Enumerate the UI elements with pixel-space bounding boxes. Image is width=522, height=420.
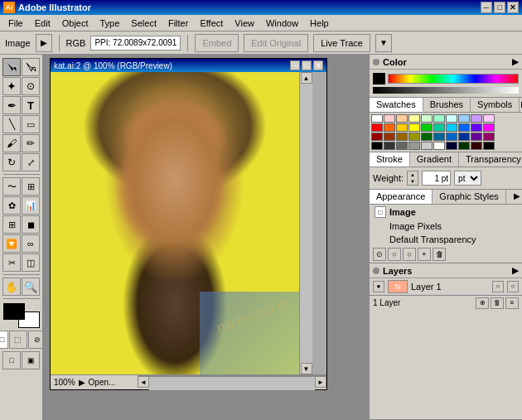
graph-tool[interactable]: 📊 xyxy=(22,196,40,215)
swatch-36[interactable] xyxy=(446,142,457,150)
swatch-39[interactable] xyxy=(483,142,495,150)
lasso-tool[interactable]: ⊙ xyxy=(22,77,40,95)
swatch-7[interactable] xyxy=(458,114,470,123)
tab-appearance[interactable]: Appearance xyxy=(370,190,433,204)
tab-stroke[interactable]: Stroke xyxy=(370,152,410,167)
menu-effect[interactable]: Effect xyxy=(195,17,228,30)
swatch-25[interactable] xyxy=(433,133,445,141)
tab-brushes[interactable]: Brushes xyxy=(423,98,471,112)
swatch-19[interactable] xyxy=(483,123,495,132)
layer-lock-btn[interactable]: ○ xyxy=(492,281,504,292)
hand-tool[interactable]: ✋ xyxy=(2,278,21,296)
swatch-0[interactable] xyxy=(371,114,383,123)
swatch-2[interactable] xyxy=(396,114,408,123)
layers-delete-btn[interactable]: 🗑 xyxy=(491,297,504,309)
weight-unit-select[interactable]: pt px xyxy=(454,171,481,186)
doc-minimize-btn[interactable]: ─ xyxy=(290,60,300,70)
layer-name[interactable]: Layer 1 xyxy=(411,282,489,292)
swatch-8[interactable] xyxy=(471,114,482,123)
embed-button[interactable]: Embed xyxy=(195,34,239,52)
app-action-5[interactable]: 🗑 xyxy=(433,248,446,261)
tab-transparency[interactable]: Transparency xyxy=(459,152,522,167)
rotate-tool[interactable]: ↻ xyxy=(2,153,21,171)
normal-screen-btn[interactable]: □ xyxy=(2,351,21,369)
close-button[interactable]: ✕ xyxy=(507,2,519,13)
gradient-tool[interactable]: ◼ xyxy=(22,215,40,234)
app-action-1[interactable]: ⊙ xyxy=(373,248,386,261)
rectangle-tool[interactable]: ▭ xyxy=(22,115,40,133)
menu-edit[interactable]: Edit xyxy=(30,17,56,30)
warp-tool[interactable]: 〜 xyxy=(2,177,21,196)
minimize-button[interactable]: ─ xyxy=(481,2,492,13)
doc-maximize-btn[interactable]: □ xyxy=(302,60,312,70)
normal-mode-btn[interactable]: □ xyxy=(0,331,8,349)
layer-target-btn[interactable]: ○ xyxy=(507,281,519,292)
app-action-3[interactable]: ○ xyxy=(403,248,416,261)
layers-add-btn[interactable]: ⊕ xyxy=(476,297,489,309)
swatch-12[interactable] xyxy=(396,123,408,132)
swatch-14[interactable] xyxy=(421,123,433,132)
swatch-21[interactable] xyxy=(384,133,395,141)
menu-help[interactable]: Help xyxy=(305,17,334,30)
scroll-left-btn[interactable]: ◄ xyxy=(138,376,149,388)
swatch-26[interactable] xyxy=(446,133,457,141)
line-tool[interactable]: ╲ xyxy=(2,115,21,133)
swatch-11[interactable] xyxy=(384,123,395,132)
stepper-up[interactable]: ▲ xyxy=(408,171,418,178)
swatch-37[interactable] xyxy=(458,142,470,150)
layer-visibility-toggle[interactable]: ● xyxy=(373,281,384,292)
swatch-5[interactable] xyxy=(433,114,445,123)
layers-drag-handle[interactable] xyxy=(373,268,379,274)
tab-gradient[interactable]: Gradient xyxy=(410,152,459,167)
none-mode-btn[interactable]: ⊘ xyxy=(28,331,44,349)
gradient-mode-btn[interactable]: ⬚ xyxy=(9,331,27,349)
color-panel-arrow[interactable]: ▶ xyxy=(512,57,519,66)
scissors-tool[interactable]: ✂ xyxy=(2,253,21,272)
horizontal-scrollbar[interactable] xyxy=(149,376,315,390)
swatch-20[interactable] xyxy=(371,133,383,141)
swatch-33[interactable] xyxy=(408,142,420,150)
selection-tool[interactable] xyxy=(2,58,21,76)
type-tool[interactable]: T xyxy=(22,96,40,114)
swatch-6[interactable] xyxy=(446,114,457,123)
appear-arrow[interactable]: ▶ xyxy=(512,190,522,204)
pen-tool[interactable]: ✒ xyxy=(2,96,21,114)
swatch-10[interactable] xyxy=(371,123,383,132)
direct-selection-tool[interactable] xyxy=(22,58,40,76)
edit-original-button[interactable]: Edit Original xyxy=(244,34,308,52)
blend-tool[interactable]: ∞ xyxy=(22,234,40,253)
app-action-4[interactable]: + xyxy=(418,248,431,261)
layers-options-btn[interactable]: ≡ xyxy=(505,297,519,309)
swatch-34[interactable] xyxy=(421,142,433,150)
swatch-16[interactable] xyxy=(446,123,457,132)
swatch-32[interactable] xyxy=(396,142,408,150)
swatch-31[interactable] xyxy=(384,142,395,150)
menu-object[interactable]: Object xyxy=(57,17,94,30)
swatch-24[interactable] xyxy=(421,133,433,141)
swatch-28[interactable] xyxy=(471,133,482,141)
menu-view[interactable]: View xyxy=(230,17,259,30)
swatch-3[interactable] xyxy=(408,114,420,123)
scale-tool[interactable]: ⤢ xyxy=(22,153,40,171)
layers-arrow[interactable]: ▶ xyxy=(512,266,519,275)
swatch-4[interactable] xyxy=(421,114,433,123)
app-action-2[interactable]: ○ xyxy=(388,248,401,261)
maximize-button[interactable]: □ xyxy=(494,2,505,13)
stepper-down[interactable]: ▼ xyxy=(408,178,418,185)
swatch-23[interactable] xyxy=(408,133,420,141)
scroll-right-btn[interactable]: ► xyxy=(315,376,326,388)
menu-type[interactable]: Type xyxy=(95,17,125,30)
eraser-tool[interactable]: ◫ xyxy=(22,253,40,272)
scroll-up-btn[interactable]: ▲ xyxy=(301,72,312,84)
zoom-tool[interactable]: 🔍 xyxy=(22,278,40,296)
weight-input[interactable] xyxy=(422,171,451,186)
foreground-color[interactable] xyxy=(3,303,25,320)
paintbrush-tool[interactable]: 🖌 xyxy=(2,134,21,152)
panel-drag-handle[interactable] xyxy=(373,59,379,65)
play-button[interactable]: ▶ xyxy=(36,34,52,52)
live-trace-button[interactable]: Live Trace xyxy=(313,34,370,52)
fg-color-box[interactable] xyxy=(373,73,385,84)
tab-graphic-styles[interactable]: Graphic Styles xyxy=(433,190,506,204)
magic-wand-tool[interactable]: ✦ xyxy=(2,77,21,95)
mesh-tool[interactable]: ⊞ xyxy=(2,215,21,234)
